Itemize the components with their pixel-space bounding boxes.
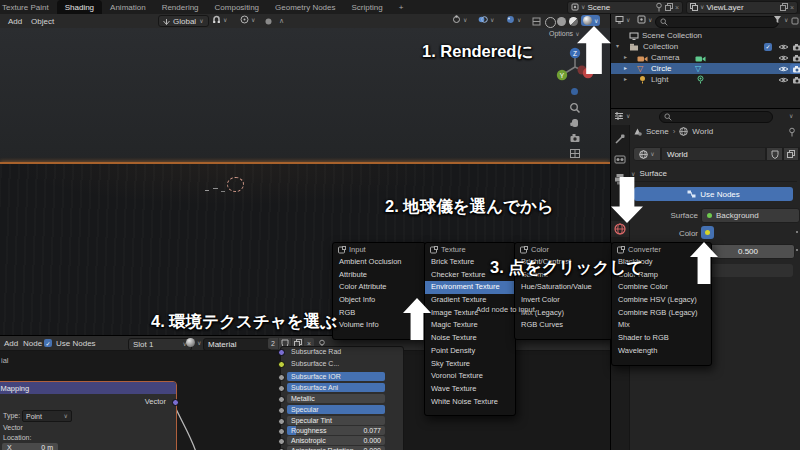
animate-decorator[interactable]: [796, 249, 798, 251]
shading-wireframe-button[interactable]: [545, 17, 556, 28]
outliner-row-light[interactable]: ▸ Light: [611, 74, 800, 85]
scene-name[interactable]: Scene: [587, 3, 653, 12]
orientation-value[interactable]: Global: [173, 17, 196, 26]
menu-item[interactable]: Point Density: [425, 345, 515, 358]
show-gizmo-dropdown[interactable]: ∨: [452, 15, 467, 24]
specular-tint-slider[interactable]: Specular Tint: [287, 416, 385, 425]
outliner-row-circle[interactable]: ▸ ▽ Circle ▽: [611, 63, 800, 74]
specular-slider[interactable]: Specular: [287, 405, 385, 414]
input-socket[interactable]: [278, 396, 285, 403]
tab-texture-paint[interactable]: Texture Paint: [0, 0, 57, 14]
expand-icon[interactable]: ▸: [624, 75, 627, 82]
transform-orientation-dropdown[interactable]: Global ∨: [158, 15, 209, 27]
proportional-edit-controls[interactable]: ∨: [240, 15, 255, 24]
viewlayer-selector[interactable]: ∨ ViewLayer ×: [686, 1, 798, 14]
shading-solid-button[interactable]: [557, 17, 566, 26]
shader-node-menu[interactable]: Node: [23, 339, 42, 348]
properties-search-input[interactable]: [659, 111, 773, 123]
animate-decorator[interactable]: [796, 231, 798, 233]
input-socket[interactable]: [278, 374, 285, 381]
outliner-row-camera[interactable]: ▸ Camera: [611, 52, 800, 63]
editor-type-selector[interactable]: ∨: [614, 111, 630, 121]
vector-output-socket[interactable]: [172, 399, 179, 406]
falloff-curve-icon[interactable]: ∧: [279, 17, 284, 25]
menu-item[interactable]: Voronoi Texture: [425, 370, 515, 383]
input-socket[interactable]: [278, 407, 285, 414]
zoom-tool-icon[interactable]: [569, 102, 581, 114]
disable-render-icon[interactable]: [792, 43, 800, 51]
menu-item[interactable]: Noise Texture: [425, 332, 515, 345]
input-socket[interactable]: [278, 418, 285, 425]
shader-add-menu[interactable]: Add: [4, 339, 18, 348]
scene-selector[interactable]: ∨ Scene ×: [567, 1, 683, 14]
menu-item[interactable]: Shader to RGB: [612, 332, 711, 345]
menu-item[interactable]: RGB Curves: [515, 319, 612, 332]
close-icon[interactable]: ×: [790, 4, 794, 11]
pin-icon[interactable]: [788, 127, 796, 137]
disable-render-icon[interactable]: [792, 54, 800, 62]
outliner-options-icon[interactable]: [791, 17, 799, 25]
material-id-dropdown[interactable]: ∨: [186, 338, 201, 347]
metallic-slider[interactable]: Metallic: [287, 394, 385, 403]
outliner-search-input[interactable]: [655, 16, 779, 28]
filter-dropdown-icon[interactable]: ∨: [789, 113, 793, 119]
menu-item[interactable]: Combine RGB (Legacy): [612, 307, 711, 320]
outliner-display-mode[interactable]: ∨: [615, 15, 630, 24]
new-scene-icon[interactable]: [665, 3, 673, 11]
camera-view-icon[interactable]: [569, 132, 581, 144]
menu-item[interactable]: Mix: [612, 319, 711, 332]
subsurface-anisotropy-slider[interactable]: Subsurface Ani: [287, 383, 385, 392]
outliner-filter-dropdown[interactable]: ∨: [773, 15, 788, 24]
principled-bsdf-node[interactable]: Subsurface Rad Subsurface C... Subsurfac…: [280, 346, 404, 450]
tool-tab-icon[interactable]: [614, 133, 626, 145]
outliner-filter-mode[interactable]: ∨: [637, 15, 652, 24]
object-menu-button[interactable]: Object: [31, 17, 54, 26]
tab-scripting[interactable]: Scripting: [344, 0, 391, 14]
collection-checkbox[interactable]: ✓: [764, 43, 772, 51]
options-label[interactable]: Options: [549, 30, 573, 37]
input-socket[interactable]: [278, 428, 285, 435]
new-viewlayer-icon[interactable]: [780, 3, 788, 11]
menu-item[interactable]: Combine Color: [612, 281, 711, 294]
disable-render-icon[interactable]: [792, 76, 800, 84]
close-icon[interactable]: ×: [675, 4, 679, 11]
mapping-node[interactable]: ∨ Mapping Vector Type: Point ∨ Vector Lo…: [0, 381, 177, 450]
hide-eye-icon[interactable]: [778, 65, 789, 73]
disable-render-icon[interactable]: [792, 65, 800, 73]
row-label[interactable]: Circle: [651, 64, 671, 73]
add-workspace-button[interactable]: +: [391, 0, 412, 14]
menu-item[interactable]: Ambient Occlusion: [333, 256, 425, 269]
outliner-row-scene-collection[interactable]: Scene Collection: [611, 30, 800, 41]
row-label[interactable]: Light: [651, 75, 668, 84]
minus-z-axis-dot[interactable]: [571, 88, 578, 95]
menu-item[interactable]: Attribute: [333, 269, 425, 282]
overlays-dropdown[interactable]: ∨: [478, 15, 494, 24]
xray-icon[interactable]: [506, 15, 515, 24]
menu-item[interactable]: Color Attribute: [333, 281, 425, 294]
tab-geometry-nodes[interactable]: Geometry Nodes: [267, 0, 343, 14]
menu-item[interactable]: Magic Texture: [425, 319, 515, 332]
new-datablock-button[interactable]: [783, 147, 799, 161]
volume-row-widget[interactable]: [701, 264, 793, 277]
input-socket[interactable]: [278, 361, 285, 368]
users-count-button[interactable]: 2: [268, 338, 278, 349]
roughness-slider[interactable]: Roughness0.077: [287, 426, 385, 435]
tab-compositing[interactable]: Compositing: [207, 0, 267, 14]
row-label[interactable]: Scene Collection: [642, 31, 702, 40]
pin-icon[interactable]: [655, 2, 663, 12]
row-label[interactable]: Camera: [651, 53, 679, 62]
surface-section-header[interactable]: ∨ Surface: [631, 169, 797, 182]
viewport-overlay-toggle-icon[interactable]: [532, 17, 541, 26]
pan-hand-icon[interactable]: [569, 117, 581, 129]
display-mode-icon[interactable]: [615, 15, 624, 24]
expand-icon[interactable]: ▸: [624, 53, 627, 60]
subsurface-ior-slider[interactable]: Subsurface IOR: [287, 372, 385, 381]
surface-shader-dropdown[interactable]: Background: [701, 208, 800, 223]
input-socket[interactable]: [278, 438, 285, 445]
magnet-icon[interactable]: [212, 15, 221, 24]
overlays-icon[interactable]: [478, 15, 488, 24]
slot-dropdown[interactable]: Slot 1 ∨: [128, 338, 192, 351]
hide-eye-icon[interactable]: [778, 43, 789, 51]
menu-item[interactable]: White Noise Texture: [425, 396, 515, 409]
mapping-node-header[interactable]: ∨ Mapping: [0, 382, 176, 394]
